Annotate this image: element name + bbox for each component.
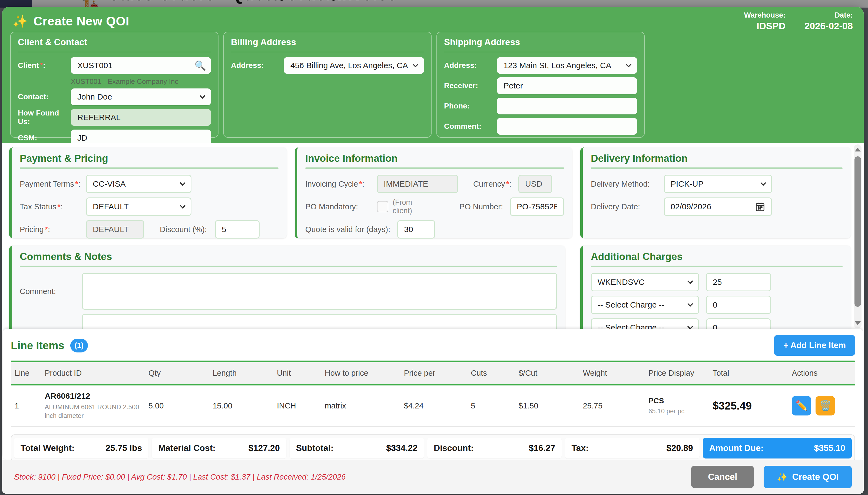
invoice-information-card: Invoice Information Invoicing Cycle*: Cu… <box>295 148 572 238</box>
cell-price-per: $4.24 <box>400 385 467 427</box>
payment-terms-select[interactable]: CC-VISA <box>86 175 191 193</box>
payment-pricing-title: Payment & Pricing <box>20 153 279 164</box>
shipping-comment-input[interactable] <box>497 118 637 135</box>
cell-cut-price: $1.50 <box>515 385 579 427</box>
how-found-input <box>71 109 211 126</box>
calendar-icon[interactable] <box>755 202 765 212</box>
tax-box: Tax:$20.89 <box>565 438 699 459</box>
scrollbar-thumb[interactable] <box>854 156 861 307</box>
billing-address-title: Billing Address <box>231 37 424 52</box>
po-mandatory-label: PO Mandatory: <box>305 202 377 211</box>
pricing-label: Pricing*: <box>20 225 86 234</box>
section-divider <box>305 167 564 169</box>
search-icon[interactable]: 🔍 <box>195 60 206 71</box>
cell-product: AR6061/212 ALUMINUM 6061 ROUND 2.500 inc… <box>41 385 145 427</box>
tax-status-label: Tax Status*: <box>20 202 86 211</box>
product-id: AR6061/212 <box>45 391 141 400</box>
table-header-row: Line Product ID Qty Length Unit How to p… <box>11 362 855 385</box>
cell-qty: 5.00 <box>145 385 209 427</box>
po-number-input[interactable] <box>510 198 564 216</box>
charge-select-1[interactable]: WKENDSVC <box>591 273 699 291</box>
comments-notes-title: Comments & Notes <box>20 251 557 262</box>
discount-label: Discount (%): <box>160 225 207 234</box>
contact-select[interactable]: John Doe <box>71 88 211 105</box>
phone-input[interactable] <box>497 98 637 115</box>
totals-bar: Total Weight:25.75 lbs Material Cost:$12… <box>11 434 855 462</box>
chevron-down-icon <box>180 203 186 208</box>
cell-unit: INCH <box>273 385 321 427</box>
price-display-sub: 65.10 per pc <box>648 407 705 415</box>
price-display-unit: PCS <box>648 396 705 405</box>
modal-title-row: ✨ Create New QOI <box>13 14 129 29</box>
charge-select-2[interactable]: -- Select Charge -- <box>591 296 699 314</box>
col-how-to-price: How to price <box>321 362 400 385</box>
invoicing-cycle-label: Invoicing Cycle*: <box>305 180 377 189</box>
create-qoi-modal: ✨ Create New QOI Warehouse: IDSPD Date: … <box>2 7 864 494</box>
charge-amount-2[interactable] <box>706 296 771 314</box>
shipping-address-title: Shipping Address <box>444 37 637 52</box>
comment-textarea[interactable] <box>82 273 557 310</box>
subtotal-box: Subtotal:$334.22 <box>290 438 424 459</box>
col-price-per: Price per <box>400 362 467 385</box>
delivery-method-select[interactable]: PICK-UP <box>664 175 772 193</box>
modal-title: Create New QOI <box>33 14 129 29</box>
tax-status-select[interactable]: DEFAULT <box>86 198 191 216</box>
col-length: Length <box>209 362 273 385</box>
additional-charges-card: Additional Charges WKENDSVC -- Select Ch… <box>580 245 851 329</box>
shipping-address-panel: Shipping Address Address: 123 Main St, L… <box>436 32 645 138</box>
scroll-up-arrow-icon[interactable] <box>855 148 861 152</box>
client-hint: XUST001 - Example Company Inc <box>71 78 211 86</box>
delete-line-item-button[interactable]: 🗑️ <box>816 396 835 415</box>
csm-label: CSM: <box>18 134 71 142</box>
material-cost-box: Material Cost:$127.20 <box>152 438 286 459</box>
edit-line-item-button[interactable]: ✏️ <box>792 396 811 415</box>
modal-footer: Stock: 9100 | Fixed Price: $0.00 | Avg C… <box>2 460 864 494</box>
warning-textarea[interactable] <box>82 314 557 329</box>
date-block: Date: 2026-02-08 <box>804 11 853 31</box>
amount-due-box: Amount Due:$355.10 <box>703 438 852 459</box>
billing-address-select[interactable]: 456 Billing Ave, Los Angeles, CA <box>284 57 424 74</box>
sparkles-icon: ✨ <box>13 14 28 29</box>
add-line-item-button[interactable]: + Add Line Item <box>774 335 855 356</box>
modal-overlay <box>0 0 868 7</box>
cell-line: 1 <box>11 385 41 427</box>
delivery-date-input[interactable]: 02/09/2026 <box>664 198 772 216</box>
receiver-input[interactable] <box>497 78 637 94</box>
delivery-information-card: Delivery Information Delivery Method: PI… <box>580 148 851 238</box>
shipping-address-label: Address: <box>444 61 497 70</box>
currency-input <box>518 175 552 193</box>
contact-label: Contact: <box>18 92 71 101</box>
chevron-down-icon <box>688 278 693 284</box>
charge-amount-3[interactable] <box>706 318 771 329</box>
billing-address-label: Address: <box>231 61 284 70</box>
pencil-icon: ✏️ <box>796 400 808 411</box>
vertical-scrollbar[interactable] <box>854 144 862 328</box>
client-input[interactable] <box>71 57 211 74</box>
charge-amount-1[interactable] <box>706 273 771 291</box>
col-actions: Actions <box>788 362 855 385</box>
warehouse-label: Warehouse: <box>744 11 785 19</box>
chevron-down-icon <box>688 301 693 307</box>
client-contact-title: Client & Contact <box>18 37 211 52</box>
discount-box: Discount:$16.27 <box>427 438 562 459</box>
charge-select-3[interactable]: -- Select Charge -- <box>591 318 699 329</box>
col-weight: Weight <box>579 362 644 385</box>
po-number-label: PO Number: <box>459 202 503 211</box>
chevron-down-icon <box>180 180 186 186</box>
stock-info-text: Stock: 9100 | Fixed Price: $0.00 | Avg C… <box>14 473 346 481</box>
table-row: 1 AR6061/212 ALUMINUM 6061 ROUND 2.500 i… <box>11 385 855 427</box>
scroll-down-arrow-icon[interactable] <box>855 321 861 325</box>
cell-total: $325.49 <box>709 385 788 427</box>
charge-row: -- Select Charge -- <box>591 318 843 329</box>
discount-input[interactable] <box>215 220 260 239</box>
shipping-address-select[interactable]: 123 Main St, Los Angeles, CA <box>497 57 637 74</box>
additional-charges-title: Additional Charges <box>591 251 843 262</box>
quote-valid-input[interactable] <box>397 220 435 239</box>
po-mandatory-checkbox[interactable] <box>377 201 388 212</box>
cell-length: 15.00 <box>209 385 273 427</box>
phone-label: Phone: <box>444 102 497 110</box>
shipping-comment-label: Comment: <box>444 122 497 131</box>
cancel-button[interactable]: Cancel <box>691 466 754 488</box>
create-qoi-button[interactable]: ✨ Create QOI <box>764 466 852 488</box>
warehouse-block: Warehouse: IDSPD <box>744 11 785 31</box>
